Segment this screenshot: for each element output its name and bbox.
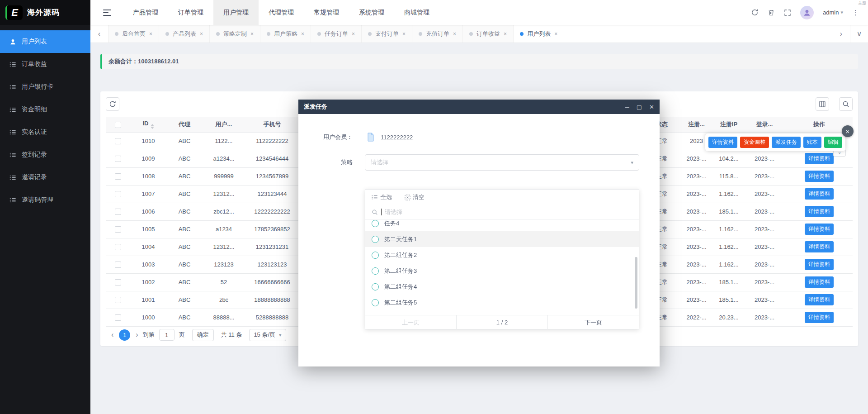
row-action-button-2[interactable]: 派发任务 [772,137,801,148]
avatar[interactable] [800,6,814,19]
prev-page-icon[interactable]: ‹ [109,331,115,339]
row-action-button-0[interactable]: 详情资料 [708,137,737,148]
row-checkbox[interactable] [115,226,121,233]
row-checkbox[interactable] [115,191,121,197]
tab-8[interactable]: 用户列表× [514,25,564,43]
collapse-menu-icon[interactable] [103,10,111,16]
confirm-page-button[interactable]: 确定 [192,329,214,341]
row-checkbox[interactable] [115,314,121,321]
row-checkbox[interactable] [115,209,121,215]
dropdown-option-4[interactable]: 第二组任务4 [365,279,639,295]
detail-button[interactable]: 详情资料 [805,312,834,323]
tab-2[interactable]: 策略定制× [210,25,260,43]
dropdown-prev-button[interactable]: 上一页 [365,315,456,329]
sidebar-item-3[interactable]: 资金明细 [0,98,90,121]
clear-button[interactable]: 清空 [405,193,425,201]
trash-icon[interactable] [768,9,775,16]
nav-menu-2[interactable]: 用户管理 [213,0,259,25]
detail-button[interactable]: 详情资料 [805,171,834,182]
dropdown-option-5[interactable]: 第二组任务5 [365,295,639,310]
tab-4[interactable]: 任务订单× [311,25,362,43]
next-page-icon[interactable]: › [134,331,140,339]
maximize-icon[interactable]: ▢ [637,104,642,110]
tab-close-icon[interactable]: × [453,31,456,37]
dropdown-option-1[interactable]: 第二天任务1 [365,231,639,247]
row-checkbox[interactable] [115,156,121,162]
row-checkbox[interactable] [115,262,121,268]
row-checkbox[interactable] [115,244,121,250]
dropdown-option-0[interactable]: 任务4 [365,219,639,231]
row-checkbox[interactable] [115,279,121,286]
sidebar-item-5[interactable]: 签到记录 [0,143,90,166]
tab-1[interactable]: 产品列表× [159,25,210,43]
nav-menu-5[interactable]: 系统管理 [349,0,394,25]
select-all-button[interactable]: 全选 [372,193,392,201]
modal-header[interactable]: 派发任务 ─ ▢ ✕ [298,100,660,114]
minimize-icon[interactable]: ─ [625,104,629,110]
nav-menu-3[interactable]: 代理管理 [259,0,304,25]
detail-button[interactable]: 详情资料 [805,259,834,270]
strategy-select[interactable]: 请选择 ▾ [365,154,639,171]
detail-button[interactable]: 详情资料 [805,276,834,288]
nav-menu-6[interactable]: 商城管理 [394,0,439,25]
tab-close-icon[interactable]: × [250,31,254,37]
detail-button[interactable]: 详情资料 [805,153,834,164]
tab-7[interactable]: 订单收益× [463,25,514,43]
row-checkbox[interactable] [115,138,121,144]
dropdown-next-button[interactable]: 下一页 [547,315,639,329]
nav-menu-4[interactable]: 常规管理 [304,0,349,25]
sidebar-item-2[interactable]: 用户银行卡 [0,76,90,98]
row-actions-close-icon[interactable]: × [842,125,854,137]
page-input[interactable] [159,329,175,341]
table-search-icon[interactable] [839,97,853,111]
tab-3[interactable]: 用户策略× [260,25,311,43]
sidebar-item-4[interactable]: 实名认证 [0,121,90,143]
table-refresh-button[interactable] [106,97,119,111]
dropdown-option-3[interactable]: 第二组任务3 [365,263,639,279]
fullscreen-icon[interactable] [784,9,791,16]
row-action-button-4[interactable]: 编辑 [824,137,842,148]
user-menu[interactable]: admin ▾ [823,9,843,16]
dropdown-option-2[interactable]: 第二组任务2 [365,247,639,263]
dropdown-search-input[interactable]: 请选择 [365,205,639,219]
columns-icon[interactable] [816,97,829,111]
tab-6[interactable]: 充值订单× [412,25,463,43]
sidebar-item-0[interactable]: 用户列表 [0,30,90,53]
header-id[interactable]: ID [130,117,166,132]
dropdown-scrollbar[interactable] [635,257,637,309]
page-size-select[interactable]: 15 条/页 ▾ [249,329,286,341]
nav-menu-1[interactable]: 订单管理 [168,0,213,25]
tab-close-icon[interactable]: × [301,31,304,37]
tab-0[interactable]: 后台首页× [108,25,159,43]
sort-icon[interactable] [151,124,154,129]
detail-button[interactable]: 详情资料 [805,294,834,305]
detail-button[interactable]: 详情资料 [805,206,834,217]
row-checkbox[interactable] [115,173,121,180]
tab-close-icon[interactable]: × [352,31,355,37]
refresh-icon[interactable] [751,9,759,16]
row-checkbox[interactable] [115,297,121,303]
tab-5[interactable]: 支付订单× [362,25,412,43]
tabs-scroll-right-icon[interactable]: › [832,25,850,43]
sidebar-item-7[interactable]: 邀请码管理 [0,189,90,211]
tab-close-icon[interactable]: × [402,31,406,37]
sidebar-item-1[interactable]: 订单收益 [0,53,90,76]
row-action-button-1[interactable]: 资金调整 [740,137,769,148]
select-all-checkbox[interactable] [115,122,121,128]
tab-close-icon[interactable]: × [554,31,557,37]
detail-button[interactable]: 详情资料 [805,188,834,200]
tabs-scroll-left-icon[interactable]: ‹ [90,25,108,43]
close-icon[interactable]: ✕ [649,104,654,110]
detail-button[interactable]: 详情资料 [805,224,834,235]
tab-close-icon[interactable]: × [200,31,203,37]
tabs-menu-icon[interactable]: ∨ [850,25,868,43]
sidebar-item-label: 用户银行卡 [22,83,53,91]
row-action-button-3[interactable]: 账本 [803,137,821,148]
current-page[interactable]: 1 [119,329,130,341]
nav-menu-0[interactable]: 产品管理 [123,0,168,25]
more-icon[interactable]: ⋮ [852,9,859,17]
sidebar-item-6[interactable]: 邀请记录 [0,166,90,189]
detail-button[interactable]: 详情资料 [805,241,834,252]
tab-close-icon[interactable]: × [504,31,507,37]
tab-close-icon[interactable]: × [149,31,152,37]
